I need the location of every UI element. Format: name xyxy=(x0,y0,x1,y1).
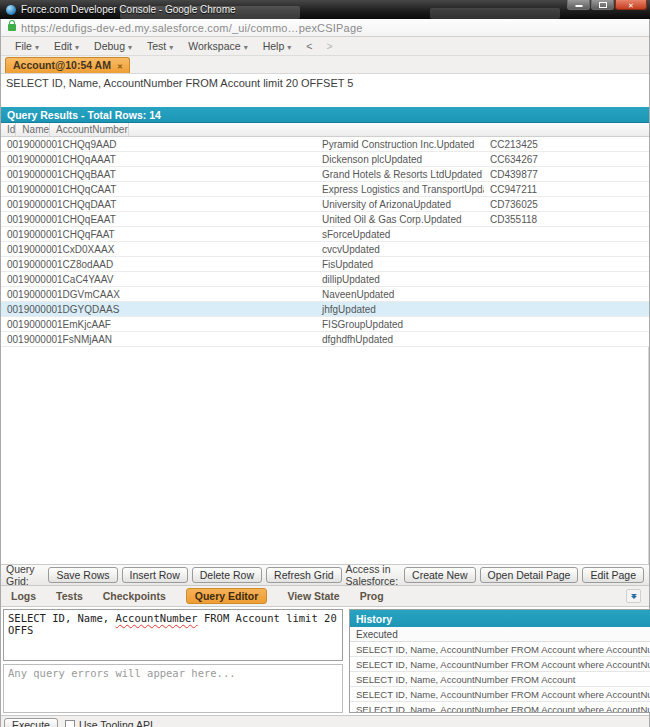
access-in-salesforce-label: Access in Salesforce: xyxy=(346,563,399,587)
menu-item[interactable]: File xyxy=(9,39,46,53)
menu-item[interactable]: Edit xyxy=(48,39,86,53)
bottom-panel-tab[interactable]: Prog xyxy=(360,590,384,602)
menu-item[interactable]: Help xyxy=(257,39,299,53)
cell-id: 0019000001CHQqCAAT xyxy=(1,184,316,195)
collapse-panel-button[interactable] xyxy=(626,589,641,603)
history-executed-column-header[interactable]: Executed xyxy=(350,627,650,642)
cell-name: United Oil & Gas Corp.Updated xyxy=(316,214,484,225)
query-grid-label: Query Grid: xyxy=(6,563,42,587)
menu-item[interactable]: Debug xyxy=(88,39,139,53)
query-grid-button[interactable]: Save Rows xyxy=(48,567,117,583)
dropdown-caret-icon xyxy=(35,40,39,52)
menu-item-label: Workspace xyxy=(188,40,240,52)
menu-item-label: Help xyxy=(263,40,285,52)
query-editor-panel: SELECT ID, Name, AccountNumber FROM Acco… xyxy=(1,607,649,715)
execute-bar: Execute Use Tooling API xyxy=(1,715,649,727)
close-button[interactable] xyxy=(615,0,647,10)
chrome-app-icon xyxy=(6,5,16,15)
titlebar-glass-decoration xyxy=(430,8,560,19)
table-row[interactable]: 0019000001CxD0XAAX cvcvUpdated xyxy=(1,242,649,257)
navigate-back-arrow[interactable]: < xyxy=(300,40,318,52)
table-row[interactable]: 0019000001CHQqDAAT University of Arizona… xyxy=(1,197,649,212)
table-row[interactable]: 0019000001CaC4YAAV dillipUpdated xyxy=(1,272,649,287)
table-row[interactable]: 0019000001CHQqEAAT United Oil & Gas Corp… xyxy=(1,212,649,227)
history-entry[interactable]: SELECT ID, Name, AccountNumber FROM Acco… xyxy=(350,687,650,702)
cell-name: Pyramid Construction Inc.Updated xyxy=(316,139,484,150)
salesforce-access-button[interactable]: Create New xyxy=(404,567,475,583)
cell-id: 0019000001CHQqAAAT xyxy=(1,154,316,165)
cell-account-number: CD355118 xyxy=(484,214,649,225)
table-row[interactable]: 0019000001EmKjcAAF FISGroupUpdated xyxy=(1,317,649,332)
query-grid-button[interactable]: Delete Row xyxy=(192,567,262,583)
cell-account-number: CD736025 xyxy=(484,199,649,210)
history-entry[interactable]: SELECT ID, Name, AccountNumber FROM Acco… xyxy=(350,657,650,672)
column-header[interactable]: AccountNumber xyxy=(50,123,129,136)
tooling-api-checkbox[interactable] xyxy=(65,720,75,727)
cell-name: dillipUpdated xyxy=(316,274,484,285)
column-header[interactable]: Name xyxy=(16,123,50,136)
history-entry[interactable]: SELECT ID, Name, AccountNumber FROM Acco… xyxy=(350,642,650,657)
cell-id: 0019000001CZ8odAAD xyxy=(1,259,316,270)
menu-item-label: File xyxy=(15,40,32,52)
column-header[interactable]: Id xyxy=(1,123,16,136)
navigate-forward-arrow[interactable]: > xyxy=(320,40,338,52)
cell-id: 0019000001DGYQDAAS xyxy=(1,304,316,315)
table-row[interactable]: 0019000001FsNMjAAN dfghdfhUpdated xyxy=(1,332,649,347)
cell-name: NaveenUpdated xyxy=(316,289,484,300)
menu-item-label: Test xyxy=(147,40,166,52)
menu-item[interactable]: Workspace xyxy=(182,39,254,53)
cell-id: 0019000001CHQqEAAT xyxy=(1,214,316,225)
address-bar[interactable]: https://edufigs-dev-ed.my.salesforce.com… xyxy=(1,19,649,37)
workspace-tab-account[interactable]: Account@10:54 AM xyxy=(5,57,130,73)
bottom-panel-tab[interactable]: Checkpoints xyxy=(103,590,166,602)
salesforce-access-button[interactable]: Edit Page xyxy=(582,567,644,583)
bottom-panel-tab[interactable]: View State xyxy=(287,590,339,602)
table-row[interactable]: 0019000001DGVmCAAX NaveenUpdated xyxy=(1,287,649,302)
table-row[interactable]: 0019000001CZ8odAAD FisUpdated xyxy=(1,257,649,272)
history-entry[interactable]: SELECT ID, Name, AccountNumber FROM Acco… xyxy=(350,702,650,712)
console-menu-bar: File Edit Debug Test Workspace xyxy=(1,37,649,56)
cell-account-number: CC213425 xyxy=(484,139,649,150)
workspace-tab-strip: Account@10:54 AM xyxy=(1,56,649,73)
history-panel: History Executed SELECT ID, Name, Accoun… xyxy=(349,609,650,713)
query-grid-button[interactable]: Refresh Grid xyxy=(266,567,342,583)
menu-item[interactable]: Test xyxy=(141,39,180,53)
history-entry[interactable]: SELECT ID, Name, AccountNumber FROM Acco… xyxy=(350,672,650,687)
table-row[interactable]: 0019000001CHQq9AAD Pyramid Construction … xyxy=(1,137,649,152)
minimize-button[interactable] xyxy=(567,0,590,10)
cell-id: 0019000001CHQqDAAT xyxy=(1,199,316,210)
url-text[interactable]: https://edufigs-dev-ed.my.salesforce.com… xyxy=(21,22,363,34)
cell-account-number: CC947211 xyxy=(484,184,649,195)
close-tab-icon[interactable] xyxy=(117,59,123,71)
cell-name: Grand Hotels & Resorts LtdUpdated xyxy=(316,169,484,180)
workspace-tab-label: Account@10:54 AM xyxy=(13,59,111,71)
use-tooling-api-option[interactable]: Use Tooling API xyxy=(65,719,153,727)
double-chevron-down-icon xyxy=(631,596,637,599)
window-title: Force.com Developer Console - Google Chr… xyxy=(21,4,236,15)
cell-account-number: CC634267 xyxy=(484,154,649,165)
cell-name: sForceUpdated xyxy=(316,229,484,240)
bottom-panel-tab[interactable]: Tests xyxy=(56,590,83,602)
query-error-area: Any query errors will appear here... xyxy=(3,664,343,713)
cell-id: 0019000001CaC4YAAV xyxy=(1,274,316,285)
history-panel-header: History xyxy=(350,610,650,627)
cell-id: 0019000001CHQqFAAT xyxy=(1,229,316,240)
query-results-header: Query Results - Total Rows: 14 xyxy=(1,107,649,123)
tooling-api-label: Use Tooling API xyxy=(79,719,153,727)
table-row[interactable]: 0019000001CHQqBAAT Grand Hotels & Resort… xyxy=(1,167,649,182)
cell-id: 0019000001CxD0XAAX xyxy=(1,244,316,255)
maximize-button[interactable] xyxy=(591,0,614,10)
results-column-header-row: Id Name AccountNumber xyxy=(1,123,649,137)
bottom-panel-tab[interactable]: Query Editor xyxy=(186,588,268,604)
salesforce-access-button[interactable]: Open Detail Page xyxy=(480,567,579,583)
table-row[interactable]: 0019000001CHQqCAAT Express Logistics and… xyxy=(1,182,649,197)
cell-name: University of ArizonaUpdated xyxy=(316,199,484,210)
bottom-panel-tab[interactable]: Logs xyxy=(11,590,36,602)
cell-id: 0019000001CHQq9AAD xyxy=(1,139,316,150)
soql-query-input[interactable]: SELECT ID, Name, AccountNumber FROM Acco… xyxy=(3,609,343,661)
execute-button[interactable]: Execute xyxy=(4,718,58,727)
table-row[interactable]: 0019000001DGYQDAAS jhfgUpdated xyxy=(1,302,649,317)
query-grid-button[interactable]: Insert Row xyxy=(122,567,188,583)
table-row[interactable]: 0019000001CHQqFAAT sForceUpdated xyxy=(1,227,649,242)
table-row[interactable]: 0019000001CHQqAAAT Dickenson plcUpdated … xyxy=(1,152,649,167)
